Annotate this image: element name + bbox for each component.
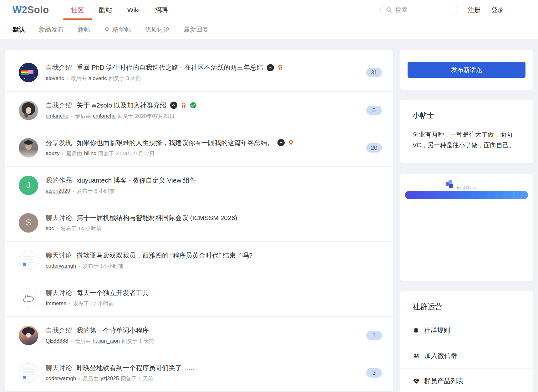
topic-title-link[interactable]: 昨晚坐地铁看到一个程序员哥们哭了…… [77,364,195,372]
topic-row: 自我介绍 我的第一个背单词小程序 QE88888 • 最后由 haijun_ai… [5,316,393,354]
meta-time-text: 发布于 14 小时前 [83,263,124,270]
last-by-label: 最后由 [75,113,91,120]
join-wechat-group-link[interactable]: 加入微信群 [400,343,533,368]
topic-icons [267,64,284,71]
topic-title-link[interactable]: xiuyuantech 博客 - 教你自定义 View 组件 [77,176,196,185]
topic-category-link[interactable]: 分享发现 [46,138,72,147]
topic-author-avatar[interactable] [19,326,38,345]
topic-title-link[interactable]: 关于 w2solo 以及加入社群介绍 [77,101,166,110]
topic-author-avatar[interactable] [19,251,38,270]
topic-row: 聊天讨论 昨晚坐地铁看到一个程序员哥们哭了…… coderwamgh • 最后由… [5,354,393,391]
search-input[interactable] [395,7,452,13]
community-item-label: 加入微信群 [424,351,457,360]
topic-author-link[interactable]: sbc [46,225,54,232]
login-link[interactable]: 登录 [491,6,504,14]
topic-main: 聊天讨论 每天一个独立开发者工具 Immerse • 发布于 17 小时前 [46,289,382,307]
topic-author-link[interactable]: QE88888 [46,338,68,344]
meta-separator: • [62,151,63,156]
topic-row: S 聊天讨论 第十一届机械结构与智能材料国际会议 (ICMSSM 2026) s… [5,204,393,241]
topic-author-avatar[interactable] [19,63,38,82]
subnav-item-new-products[interactable]: 新品发布 [39,25,64,34]
subnav-item-new-posts[interactable]: 新帖 [78,25,90,34]
topic-author-avatar[interactable]: J [19,176,38,195]
ad-brand-bar: 优云智算 by UCloud [403,177,530,191]
topic-category-link[interactable]: 我的作品 [46,176,72,185]
member-products-link[interactable]: 群员产品列表 [400,368,533,392]
topic-main: 分享发现 如果你也面临艰难的人生抉择，我建议你看一眼我的这篇年终总结。 aoxz… [46,138,360,157]
nav-item-wiki[interactable]: Wiki [120,0,147,20]
topic-title-link[interactable]: 重回 PhD 学生时代的自我迭代之路 - 在社区不活跃的两三年总结 [77,63,263,72]
topic-category-link[interactable]: 自我介绍 [46,101,72,110]
ad-card: 优云智算 by UCloud 高性价比GPU 稳定 开箱即用 优云智算提供海量免… [400,174,533,281]
nav-item-cool-sites[interactable]: 酷站 [92,0,120,20]
topic-title-link[interactable]: 如果你也面临艰难的人生抉择，我建议你看一眼我的这篇年终总结。 [77,138,274,147]
pinned-icon [277,139,285,146]
topic-author-avatar[interactable] [19,288,38,308]
subnav-item-featured[interactable]: 精华帖 [104,25,131,34]
topic-category-link[interactable]: 自我介绍 [46,63,72,72]
meta-separator: • [73,188,74,194]
topic-title-line: 聊天讨论 昨晚坐地铁看到一个程序员哥们哭了…… [46,364,360,372]
ad-brand-name: 优云智算 by UCloud [457,179,487,189]
tips-card: 小帖士 创业有两种，一种是往大了做，面向 VC，另一种是往小了做，面向自己。 [400,100,533,163]
last-replier-link[interactable]: cmlanche [93,113,116,119]
topic-meta: aoxzy • 最后由 hllinc 回复于 2024年11月07日 [46,150,360,157]
nav-item-community[interactable]: 社区 [63,0,92,20]
topic-row: 聊天讨论 微软亚马逊双双裁员，西雅图的 “程序员黄金时代” 结束了吗? code… [5,241,393,279]
topic-author-link[interactable]: jason2020 [46,188,70,194]
topic-category-link[interactable]: 自我介绍 [46,326,72,335]
meta-separator: • [67,76,68,81]
new-topic-button[interactable]: 发布新话题 [408,62,525,78]
meta-separator: • [79,264,80,269]
community-rules-link[interactable]: 社群规则 [400,318,533,343]
topic-icons [170,102,196,109]
topic-author-link[interactable]: aloveric [46,75,64,82]
topic-author-link[interactable]: coderwamgh [46,375,76,382]
subnav-item-latest-replies[interactable]: 最新回复 [184,25,209,34]
topic-author-link[interactable]: aoxzy [46,150,59,157]
topic-author-avatar[interactable]: S [19,213,38,233]
last-replier-link[interactable]: aloveric [89,75,107,82]
topic-row: J 我的作品 xiuyuantech 博客 - 教你自定义 View 组件 ja… [5,166,393,204]
reply-count-badge: 20 [366,143,382,153]
topic-main: 自我介绍 关于 w2solo 以及加入社群介绍 [46,101,360,120]
subnav-item-quality-discussions[interactable]: 优质讨论 [145,25,170,34]
topic-meta: QE88888 • 最后由 haijun_aion 回复于 1 天前 [46,338,360,345]
community-item-label: 社群规则 [424,326,450,335]
topic-author-link[interactable]: Immerse [46,300,66,307]
sidebar: 发布新话题 小帖士 创业有两种，一种是往大了做，面向 VC，另一种是往小了做，面… [400,50,533,392]
topic-title-link[interactable]: 微软亚马逊双双裁员，西雅图的 “程序员黄金时代” 结束了吗? [77,251,252,260]
last-replier-link[interactable]: yzj2025 [101,375,119,382]
topic-author-avatar[interactable] [19,101,38,120]
topic-category-link[interactable]: 聊天讨论 [46,251,72,260]
last-by-label: 最后由 [71,75,87,82]
nav-item-jobs[interactable]: 招聘 [147,0,175,20]
topic-title-link[interactable]: 每天一个独立开发者工具 [77,289,149,297]
subnav-item-default[interactable]: 默认 [13,25,25,34]
tips-title: 小帖士 [413,111,520,120]
register-link[interactable]: 注册 [468,6,480,14]
last-replier-link[interactable]: hllinc [84,150,96,157]
meta-time-text: 发布于 17 小时前 [73,300,114,307]
pinned-icon [267,64,274,71]
last-by-label: 最后由 [83,375,99,382]
topic-category-link[interactable]: 聊天讨论 [46,364,72,372]
topic-author-avatar[interactable] [19,363,38,383]
site-logo[interactable]: W2Solo [13,4,49,16]
meta-time-text: 回复于 2020年07月25日 [118,113,175,120]
topic-author-link[interactable]: cmlanche [46,113,69,119]
topic-title-line: 分享发现 如果你也面临艰难的人生抉择，我建议你看一眼我的这篇年终总结。 [46,138,360,147]
topic-row: 自我介绍 重回 PhD 学生时代的自我迭代之路 - 在社区不活跃的两三年总结 a… [5,54,393,91]
logo-part-gray: Solo [28,4,49,15]
topic-title-link[interactable]: 我的第一个背单词小程序 [77,326,149,335]
search-box[interactable] [380,4,457,16]
topic-category-link[interactable]: 聊天讨论 [46,289,72,297]
topic-category-link[interactable]: 聊天讨论 [46,214,72,222]
topic-meta: coderwamgh • 最后由 yzj2025 回复于 1 天前 [46,375,360,382]
last-replier-link[interactable]: haijun_aion [93,338,120,344]
gpu-ad-banner[interactable]: 优云智算 by UCloud 高性价比GPU 稳定 开箱即用 优云智算提供海量免… [403,177,530,191]
topic-title-link[interactable]: 第十一届机械结构与智能材料国际会议 (ICMSSM 2026) [77,214,237,222]
topic-author-avatar[interactable] [19,138,38,158]
meta-separator: • [71,339,72,344]
topic-author-link[interactable]: coderwamgh [46,263,76,269]
